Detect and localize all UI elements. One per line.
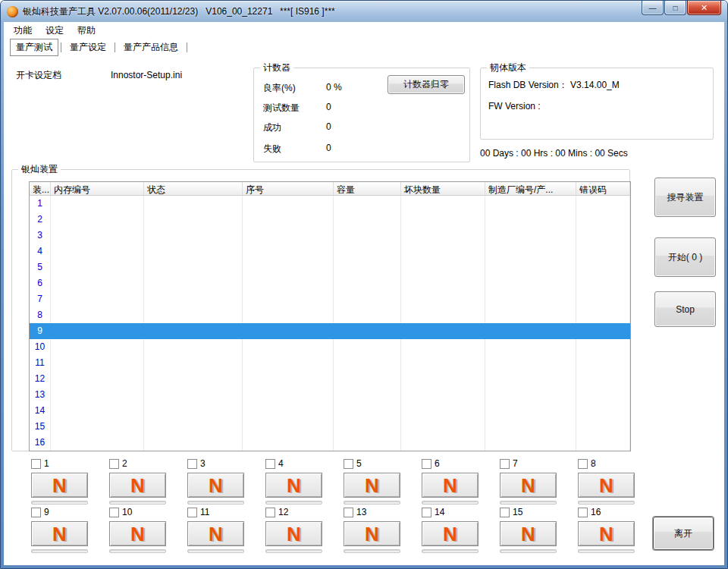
device-cell bbox=[243, 403, 334, 419]
port-n-button[interactable]: N bbox=[109, 521, 166, 546]
device-cell bbox=[334, 259, 401, 275]
device-row[interactable]: 4 bbox=[30, 244, 630, 259]
checkbox-icon[interactable] bbox=[109, 508, 119, 517]
device-row[interactable]: 9 bbox=[30, 323, 630, 339]
port-checkbox[interactable]: 2 bbox=[109, 458, 127, 469]
column-header[interactable]: 装... bbox=[30, 182, 51, 195]
port-progress-bar bbox=[578, 549, 635, 553]
maximize-icon: □ bbox=[673, 4, 677, 12]
port-checkbox[interactable]: 5 bbox=[344, 458, 362, 469]
column-header[interactable]: 容量 bbox=[334, 182, 401, 195]
checkbox-icon[interactable] bbox=[109, 459, 119, 469]
checkbox-icon[interactable] bbox=[578, 508, 588, 517]
device-cell bbox=[51, 259, 144, 275]
device-row[interactable]: 8 bbox=[30, 307, 630, 323]
device-table-header: 装...内存编号状态序号容量坏块数量制造厂编号/产...错误码 bbox=[30, 182, 630, 196]
port-progress-bar bbox=[422, 501, 479, 505]
device-cell bbox=[51, 291, 144, 307]
port-n-button[interactable]: N bbox=[422, 473, 479, 498]
port-checkbox[interactable]: 6 bbox=[422, 458, 440, 469]
checkbox-icon[interactable] bbox=[344, 508, 353, 517]
close-button[interactable]: ✕ bbox=[687, 1, 721, 15]
checkbox-icon[interactable] bbox=[31, 459, 41, 469]
port-n-button[interactable]: N bbox=[344, 473, 400, 498]
port-checkbox[interactable]: 16 bbox=[578, 507, 601, 517]
device-table[interactable]: 装...内存编号状态序号容量坏块数量制造厂编号/产...错误码 12345678… bbox=[29, 181, 631, 451]
port-n-button[interactable]: N bbox=[265, 521, 322, 546]
port-n-button[interactable]: N bbox=[422, 521, 479, 546]
device-row[interactable]: 5 bbox=[30, 259, 630, 275]
device-row[interactable]: 6 bbox=[30, 275, 630, 291]
menu-function[interactable]: 功能 bbox=[7, 22, 39, 39]
menu-help[interactable]: 帮助 bbox=[71, 22, 102, 39]
device-row[interactable]: 16 bbox=[30, 435, 630, 451]
checkbox-icon[interactable] bbox=[187, 459, 197, 469]
port-n-button[interactable]: N bbox=[265, 473, 322, 498]
port-checkbox[interactable]: 14 bbox=[422, 507, 444, 517]
column-header[interactable]: 内存编号 bbox=[51, 182, 144, 195]
port-checkbox[interactable]: 3 bbox=[187, 458, 206, 469]
checkbox-icon[interactable] bbox=[500, 459, 510, 469]
device-cell bbox=[401, 291, 485, 307]
checkbox-icon[interactable] bbox=[500, 508, 510, 517]
device-row[interactable]: 13 bbox=[30, 387, 630, 403]
column-header[interactable]: 序号 bbox=[243, 182, 334, 195]
start-button[interactable]: 开始( 0 ) bbox=[654, 237, 716, 277]
device-cell bbox=[51, 212, 144, 228]
port-checkbox[interactable]: 8 bbox=[578, 458, 596, 469]
port-n-button[interactable]: N bbox=[31, 473, 88, 498]
column-header[interactable]: 状态 bbox=[144, 182, 243, 195]
port-n-button[interactable]: N bbox=[500, 473, 557, 498]
port-checkbox[interactable]: 13 bbox=[344, 507, 366, 517]
port-checkbox[interactable]: 12 bbox=[265, 507, 288, 517]
device-row[interactable]: 12 bbox=[30, 371, 630, 387]
menu-settings[interactable]: 设定 bbox=[39, 22, 71, 39]
port-n-button[interactable]: N bbox=[31, 521, 88, 546]
device-cell bbox=[334, 387, 401, 403]
port-checkbox[interactable]: 7 bbox=[500, 458, 518, 469]
port-n-button[interactable]: N bbox=[500, 521, 557, 546]
device-row[interactable]: 11 bbox=[30, 355, 630, 371]
checkbox-icon[interactable] bbox=[344, 459, 353, 469]
exit-button[interactable]: 离开 bbox=[653, 517, 714, 550]
port-checkbox[interactable]: 11 bbox=[187, 507, 209, 517]
checkbox-icon[interactable] bbox=[265, 459, 275, 469]
device-row[interactable]: 10 bbox=[30, 339, 630, 355]
tab-production-settings[interactable]: 量产设定 bbox=[64, 39, 112, 56]
tab-production-test[interactable]: 量产测试 bbox=[10, 39, 58, 56]
column-header[interactable]: 错误码 bbox=[576, 182, 630, 195]
port-n-button[interactable]: N bbox=[578, 473, 635, 498]
port-n-button[interactable]: N bbox=[187, 521, 244, 546]
column-header[interactable]: 坏块数量 bbox=[401, 182, 485, 195]
port-checkbox[interactable]: 1 bbox=[31, 458, 49, 469]
device-cell bbox=[243, 323, 334, 339]
port-checkbox[interactable]: 9 bbox=[31, 507, 49, 517]
device-row[interactable]: 7 bbox=[30, 291, 630, 307]
device-row[interactable]: 14 bbox=[30, 403, 630, 419]
counter-reset-button[interactable]: 计数器归零 bbox=[388, 75, 465, 94]
device-row[interactable]: 2 bbox=[30, 212, 630, 228]
checkbox-icon[interactable] bbox=[265, 508, 275, 517]
tab-product-info[interactable]: 量产产品信息 bbox=[118, 39, 184, 56]
port-n-button[interactable]: N bbox=[109, 473, 166, 498]
checkbox-icon[interactable] bbox=[187, 508, 197, 517]
search-devices-button[interactable]: 搜寻装置 bbox=[654, 178, 716, 217]
port-checkbox[interactable]: 15 bbox=[500, 507, 522, 517]
minimize-button[interactable]: — bbox=[642, 1, 664, 15]
stop-button[interactable]: Stop bbox=[654, 291, 716, 327]
port-checkbox[interactable]: 4 bbox=[265, 458, 284, 469]
title-bar[interactable]: 银灿科技量产工具 V2.07.00.06(2011/12/23) V106_00… bbox=[1, 1, 727, 22]
device-row[interactable]: 1 bbox=[30, 196, 630, 212]
checkbox-icon[interactable] bbox=[31, 508, 41, 517]
checkbox-icon[interactable] bbox=[578, 459, 588, 469]
device-row[interactable]: 3 bbox=[30, 228, 630, 244]
port-n-button[interactable]: N bbox=[578, 521, 635, 546]
port-n-button[interactable]: N bbox=[344, 521, 400, 546]
column-header[interactable]: 制造厂编号/产... bbox=[485, 182, 576, 195]
port-checkbox[interactable]: 10 bbox=[109, 507, 132, 517]
port-n-button[interactable]: N bbox=[187, 473, 244, 498]
maximize-button[interactable]: □ bbox=[664, 1, 686, 15]
checkbox-icon[interactable] bbox=[422, 459, 431, 469]
device-row[interactable]: 15 bbox=[30, 419, 630, 435]
checkbox-icon[interactable] bbox=[422, 508, 431, 517]
